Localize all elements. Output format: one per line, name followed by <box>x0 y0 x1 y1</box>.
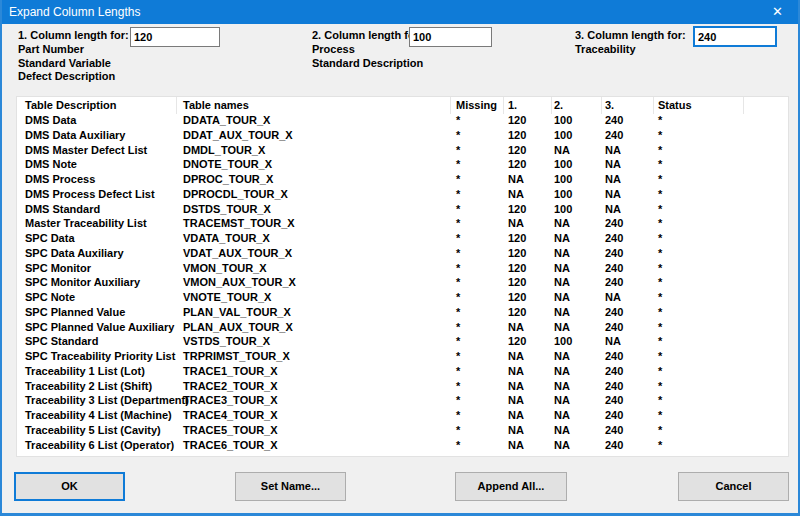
cell-missing: * <box>456 408 460 423</box>
cell-missing: * <box>456 334 460 349</box>
cell-table-name: VNOTE_TOUR_X <box>183 290 271 305</box>
cell-len1: 120 <box>508 113 526 128</box>
cell-len3: 240 <box>605 113 623 128</box>
cell-len2: NA <box>554 275 570 290</box>
cell-len3: 240 <box>605 379 623 394</box>
cell-len2: 100 <box>554 128 572 143</box>
cell-description: SPC Data Auxiliary <box>25 246 124 261</box>
column-length-3-input[interactable] <box>693 26 777 47</box>
cell-len1: NA <box>508 379 524 394</box>
cell-missing: * <box>456 231 460 246</box>
cell-description: Traceability 3 List (Department) <box>25 393 189 408</box>
table-row[interactable]: DMS StandardDSTDS_TOUR_X*120100NA* <box>17 202 788 217</box>
table-row[interactable]: Traceability 4 List (Machine)TRACE4_TOUR… <box>17 408 788 423</box>
cell-len3: NA <box>605 290 621 305</box>
cell-table-name: VSTDS_TOUR_X <box>183 334 270 349</box>
cell-status: * <box>658 379 662 394</box>
cell-len2: 100 <box>554 187 572 202</box>
table-row[interactable]: DMS Data AuxiliaryDDAT_AUX_TOUR_X*120100… <box>17 128 788 143</box>
cell-table-name: DPROCDL_TOUR_X <box>183 187 288 202</box>
cell-len2: 100 <box>554 334 572 349</box>
cell-len1: 120 <box>508 202 526 217</box>
table-row[interactable]: Traceability 1 List (Lot)TRACE1_TOUR_X*N… <box>17 364 788 379</box>
cell-status: * <box>658 364 662 379</box>
cell-table-name: PLAN_VAL_TOUR_X <box>183 305 291 320</box>
table-row[interactable]: DMS ProcessDPROC_TOUR_X*NA100NA* <box>17 172 788 187</box>
cell-len2: NA <box>554 231 570 246</box>
table-row[interactable]: SPC MonitorVMON_TOUR_X*120NA240* <box>17 261 788 276</box>
cell-description: Traceability 1 List (Lot) <box>25 364 145 379</box>
title-bar[interactable]: Expand Column Lengths ✕ <box>0 0 800 24</box>
table-row[interactable]: DMS Master Defect ListDMDL_TOUR_X*120NAN… <box>17 143 788 158</box>
cell-len1: 120 <box>508 305 526 320</box>
cell-missing: * <box>456 172 460 187</box>
cell-missing: * <box>456 320 460 335</box>
cell-len3: 240 <box>605 246 623 261</box>
ok-button[interactable]: OK <box>14 472 125 501</box>
table-row[interactable]: SPC Planned ValuePLAN_VAL_TOUR_X*120NA24… <box>17 305 788 320</box>
cell-missing: * <box>456 113 460 128</box>
table-row[interactable]: SPC Data AuxiliaryVDAT_AUX_TOUR_X*120NA2… <box>17 246 788 261</box>
table-row[interactable]: DMS DataDDATA_TOUR_X*120100240* <box>17 113 788 128</box>
table-header-row: Table Description Table names Missing 1.… <box>17 97 788 114</box>
cell-len2: NA <box>554 305 570 320</box>
cancel-button[interactable]: Cancel <box>678 472 789 501</box>
column-lengths-table[interactable]: Table Description Table names Missing 1.… <box>16 96 789 457</box>
cell-len1: NA <box>508 408 524 423</box>
cell-len3: 240 <box>605 349 623 364</box>
column-length-1-label: 1. Column length for: <box>18 29 129 43</box>
table-row[interactable]: DMS Process Defect ListDPROCDL_TOUR_X*NA… <box>17 187 788 202</box>
header-col1[interactable]: 1. <box>508 99 517 111</box>
header-divider <box>601 97 602 114</box>
table-row[interactable]: DMS NoteDNOTE_TOUR_X*120100NA* <box>17 157 788 172</box>
table-row[interactable]: Traceability 3 List (Department)TRACE3_T… <box>17 393 788 408</box>
cell-table-name: VDAT_AUX_TOUR_X <box>183 246 292 261</box>
cell-missing: * <box>456 275 460 290</box>
table-row[interactable]: Traceability 6 List (Operator)TRACE6_TOU… <box>17 438 788 453</box>
header-missing[interactable]: Missing <box>456 99 497 111</box>
cell-len2: NA <box>554 216 570 231</box>
table-row[interactable]: SPC Traceability Priority ListTRPRIMST_T… <box>17 349 788 364</box>
column-length-2-input[interactable] <box>409 27 492 47</box>
header-table-description[interactable]: Table Description <box>25 99 116 111</box>
table-row[interactable]: SPC StandardVSTDS_TOUR_X*120100NA* <box>17 334 788 349</box>
table-row[interactable]: Master Traceability ListTRACEMST_TOUR_X*… <box>17 216 788 231</box>
cell-status: * <box>658 393 662 408</box>
append-all-button[interactable]: Append All... <box>455 472 567 501</box>
cell-len3: 240 <box>605 364 623 379</box>
cell-missing: * <box>456 202 460 217</box>
cell-table-name: TRACE2_TOUR_X <box>183 379 278 394</box>
header-status[interactable]: Status <box>658 99 692 111</box>
table-row[interactable]: SPC Monitor AuxiliaryVMON_AUX_TOUR_X*120… <box>17 275 788 290</box>
cell-len2: NA <box>554 393 570 408</box>
cell-len3: 240 <box>605 128 623 143</box>
header-table-names[interactable]: Table names <box>183 99 249 111</box>
column-length-1-input[interactable] <box>130 27 220 47</box>
cell-table-name: DNOTE_TOUR_X <box>183 157 272 172</box>
header-col3[interactable]: 3. <box>605 99 614 111</box>
table-row[interactable]: Traceability 5 List (Cavity)TRACE5_TOUR_… <box>17 423 788 438</box>
cell-description: Traceability 4 List (Machine) <box>25 408 172 423</box>
cell-len3: 240 <box>605 438 623 453</box>
cell-description: DMS Note <box>25 157 77 172</box>
table-row[interactable]: Traceability 2 List (Shift)TRACE2_TOUR_X… <box>17 379 788 394</box>
table-row[interactable]: SPC DataVDATA_TOUR_X*120NA240* <box>17 231 788 246</box>
cell-description: SPC Monitor Auxiliary <box>25 275 140 290</box>
header-col2[interactable]: 2. <box>554 99 563 111</box>
cell-len1: 120 <box>508 143 526 158</box>
cell-len1: NA <box>508 172 524 187</box>
cell-description: SPC Monitor <box>25 261 91 276</box>
cell-len2: NA <box>554 261 570 276</box>
cell-table-name: TRACE5_TOUR_X <box>183 423 278 438</box>
cell-table-name: DDATA_TOUR_X <box>183 113 270 128</box>
table-row[interactable]: SPC NoteVNOTE_TOUR_X*120NANA* <box>17 290 788 305</box>
close-icon[interactable]: ✕ <box>755 0 800 24</box>
cell-missing: * <box>456 349 460 364</box>
cell-description: DMS Process <box>25 172 95 187</box>
cell-missing: * <box>456 438 460 453</box>
cell-len2: NA <box>554 379 570 394</box>
cell-description: SPC Traceability Priority List <box>25 349 175 364</box>
cell-missing: * <box>456 216 460 231</box>
set-name-button[interactable]: Set Name... <box>235 472 346 501</box>
table-row[interactable]: SPC Planned Value AuxiliaryPLAN_AUX_TOUR… <box>17 320 788 335</box>
